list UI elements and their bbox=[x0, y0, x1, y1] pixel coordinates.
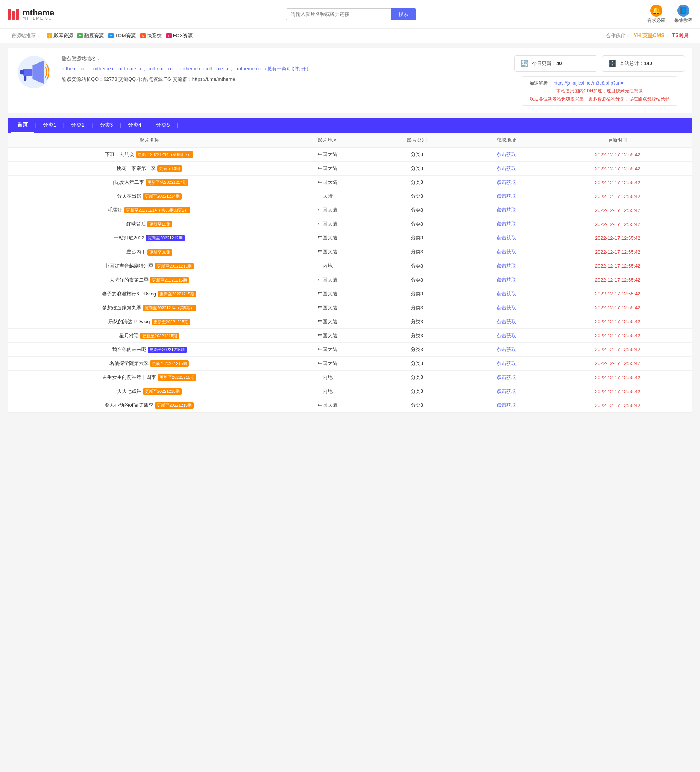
search-button[interactable]: 搜索 bbox=[391, 8, 416, 20]
resource-icon-yingku: ⚡ bbox=[47, 33, 52, 38]
resource-link-tom[interactable]: M TOM资源 bbox=[108, 32, 136, 39]
row-title-0: 下班！去约会更新至20221214（第6期下） bbox=[15, 151, 283, 158]
row-region-12: 中国大陆 bbox=[283, 318, 372, 325]
row-link-1[interactable]: 点击获取 bbox=[462, 165, 551, 172]
nav-item-cat3[interactable]: 分类3 bbox=[93, 118, 119, 132]
row-link-10[interactable]: 点击获取 bbox=[462, 291, 551, 297]
nav-item-cat2[interactable]: 分类2 bbox=[65, 118, 91, 132]
notify-label: 有求必应 bbox=[648, 17, 666, 24]
nav-sep-4: | bbox=[119, 122, 122, 128]
info-stats: 🔄 今日更新：40 🗄️ 本站总计：140 加速解析： https://jx.k… bbox=[514, 55, 685, 106]
row-link-5[interactable]: 点击获取 bbox=[462, 221, 551, 227]
nav-item-cat1[interactable]: 分类1 bbox=[37, 118, 62, 132]
row-type-17: 分类3 bbox=[372, 388, 462, 395]
row-link-3[interactable]: 点击获取 bbox=[462, 193, 551, 200]
row-tag-4: 更新至20221214（第36期加更2） bbox=[124, 207, 190, 213]
row-type-10: 分类3 bbox=[372, 291, 462, 297]
svg-rect-3 bbox=[20, 70, 24, 75]
header-action-notify[interactable]: 🔔 有求必应 bbox=[648, 5, 666, 24]
row-region-16: 内地 bbox=[283, 374, 372, 381]
row-link-16[interactable]: 点击获取 bbox=[462, 374, 551, 381]
row-time-8: 2022-12-17 12:55:42 bbox=[551, 263, 685, 269]
row-title-9: 大湾仔的夜第二季更新至20221215期 bbox=[15, 276, 283, 283]
row-title-1: 桃花一家亲第一季更新至10期 bbox=[15, 165, 283, 172]
resource-link-fox[interactable]: F FOX资源 bbox=[166, 32, 193, 39]
resource-name-yingku: 影库资源 bbox=[53, 32, 73, 39]
resource-icon-kudou: ▶ bbox=[77, 33, 83, 38]
row-link-17[interactable]: 点击获取 bbox=[462, 388, 551, 395]
row-type-14: 分类3 bbox=[372, 346, 462, 353]
row-link-13[interactable]: 点击获取 bbox=[462, 332, 551, 339]
row-region-9: 中国大陆 bbox=[283, 276, 372, 283]
table-row: 大湾仔的夜第二季更新至20221215期 中国大陆 分类3 点击获取 2022-… bbox=[8, 273, 692, 287]
row-title-6: 一站到底2022更新至20221212期 bbox=[15, 234, 283, 241]
row-region-18: 中国大陆 bbox=[283, 402, 372, 409]
info-domains: mtheme.cc 、 mtheme.cc mtheme.cc 、mtheme.… bbox=[62, 66, 311, 71]
row-tag-12: 更新至20221215期 bbox=[152, 319, 190, 325]
row-link-2[interactable]: 点击获取 bbox=[462, 179, 551, 186]
search-area: 搜索 bbox=[286, 8, 416, 20]
partner-yh[interactable]: YH 英皇CMS bbox=[633, 32, 664, 39]
header-right: 🔔 有求必应 📘 采集教程 bbox=[648, 5, 692, 24]
row-link-7[interactable]: 点击获取 bbox=[462, 249, 551, 255]
row-link-6[interactable]: 点击获取 bbox=[462, 234, 551, 241]
row-link-15[interactable]: 点击获取 bbox=[462, 360, 551, 367]
row-region-11: 中国大陆 bbox=[283, 304, 372, 311]
nav-sep-2: | bbox=[62, 122, 65, 128]
row-type-9: 分类3 bbox=[372, 276, 462, 283]
row-tag-2: 更新至第20221214期 bbox=[146, 179, 189, 186]
row-type-12: 分类3 bbox=[372, 318, 462, 325]
row-type-5: 分类3 bbox=[372, 221, 462, 227]
partner-t5[interactable]: T5网具 bbox=[672, 32, 689, 39]
resource-link-kuaiji[interactable]: K 快竞技 bbox=[140, 32, 162, 39]
row-link-0[interactable]: 点击获取 bbox=[462, 151, 551, 158]
row-type-8: 分类3 bbox=[372, 263, 462, 270]
row-link-11[interactable]: 点击获取 bbox=[462, 304, 551, 311]
row-title-13: 星月对话更新至20221215期 bbox=[15, 332, 283, 339]
nav-item-cat4[interactable]: 分类4 bbox=[122, 118, 148, 132]
row-link-4[interactable]: 点击获取 bbox=[462, 207, 551, 213]
row-tag-10: 更新至20221215期 bbox=[157, 291, 196, 297]
row-link-9[interactable]: 点击获取 bbox=[462, 276, 551, 283]
row-tag-11: 更新至20221214（第8期） bbox=[143, 305, 196, 311]
row-tag-18: 更新至20221215期 bbox=[155, 402, 194, 409]
row-time-0: 2022-12-17 12:55:42 bbox=[551, 152, 685, 157]
partner-label: 合作伙伴： bbox=[606, 32, 630, 39]
row-type-15: 分类3 bbox=[372, 360, 462, 367]
row-time-16: 2022-12-17 12:55:42 bbox=[551, 375, 685, 380]
resource-icon-kuaiji: K bbox=[140, 33, 146, 38]
row-title-14: 我在你的未来呢更新至20221215期 bbox=[15, 346, 283, 353]
row-time-17: 2022-12-17 12:55:42 bbox=[551, 389, 685, 394]
row-link-18[interactable]: 点击获取 bbox=[462, 402, 551, 409]
logo-sub: MTHEME.CC bbox=[23, 16, 54, 20]
resource-link-yingku[interactable]: ⚡ 影库资源 bbox=[47, 32, 73, 39]
row-type-3: 分类3 bbox=[372, 193, 462, 200]
cdn-link[interactable]: https://jx.kujiexi.net/m3u8.php?url= bbox=[554, 80, 623, 86]
row-title-11: 梦想改造家第九季更新至20221214（第8期） bbox=[15, 304, 283, 311]
row-title-2: 再见爱人第二季更新至第20221214期 bbox=[15, 179, 283, 186]
info-domain-links: mtheme.cc 、 mtheme.cc mtheme.cc 、mtheme.… bbox=[62, 64, 505, 73]
today-update-label: 今日更新：40 bbox=[532, 60, 562, 67]
nav-item-home[interactable]: 首页 bbox=[11, 118, 34, 132]
row-link-14[interactable]: 点击获取 bbox=[462, 346, 551, 353]
row-region-4: 中国大陆 bbox=[283, 207, 372, 213]
logo-area: mtheme MTHEME.CC bbox=[8, 8, 54, 20]
resource-link-kudou[interactable]: ▶ 酷豆资源 bbox=[77, 32, 104, 39]
notify-icon: 🔔 bbox=[650, 5, 662, 16]
nav-item-cat5[interactable]: 分类5 bbox=[150, 118, 175, 132]
row-tag-13: 更新至20221215期 bbox=[140, 333, 179, 339]
row-region-14: 中国大陆 bbox=[283, 346, 372, 353]
nav-sep-6: | bbox=[175, 122, 179, 128]
header: mtheme MTHEME.CC 搜索 🔔 有求必应 📘 采集教程 bbox=[0, 0, 700, 29]
row-time-10: 2022-12-17 12:55:42 bbox=[551, 291, 685, 296]
row-type-7: 分类3 bbox=[372, 249, 462, 255]
info-qq: 酷点资源站长QQ：62778 交流QQ群: 酷点资源 TG 交流群：https:… bbox=[62, 76, 505, 83]
row-link-8[interactable]: 点击获取 bbox=[462, 263, 551, 270]
search-input[interactable] bbox=[286, 8, 391, 20]
row-time-1: 2022-12-17 12:55:42 bbox=[551, 166, 685, 172]
logo-icon bbox=[8, 9, 19, 20]
table-row: 梦想改造家第九季更新至20221214（第8期） 中国大陆 分类3 点击获取 2… bbox=[8, 301, 692, 315]
header-action-tutorial[interactable]: 📘 采集教程 bbox=[674, 5, 692, 24]
row-link-12[interactable]: 点击获取 bbox=[462, 318, 551, 325]
col-header-link: 获取地址 bbox=[462, 137, 551, 144]
